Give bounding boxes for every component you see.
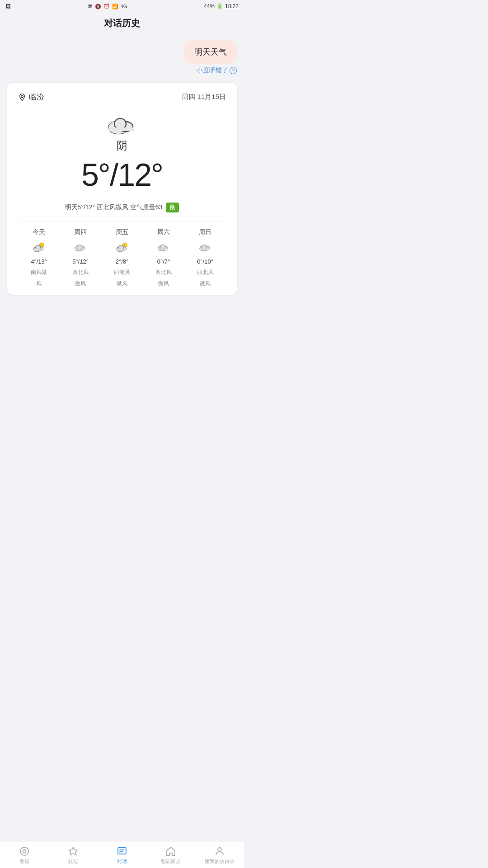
svg-rect-25 [117,249,127,250]
weather-header: 临汾 周四 11月15日 [18,92,226,102]
forecast-wind: 西南风 [114,269,130,276]
forecast-day-name: 周六 [157,228,170,236]
chat-area: 明天天气 小度听错了 ? [0,36,244,79]
svg-rect-29 [158,249,169,250]
forecast-weather-icon [116,240,128,255]
weather-summary: 明天5°/12° 西北风微风 空气质量63 良 [18,203,226,212]
status-center: ⌘ 🔇 ⏰ 📶 4G [88,4,127,9]
battery-icon: 🔋 [216,3,223,9]
forecast-temp: 5°/12° [72,258,89,265]
svg-point-0 [21,95,23,98]
forecast-day-name: 周五 [116,228,128,236]
forecast-day: 周六 0°/7° 西北风 微风 [143,228,184,288]
location-name: 临汾 [29,92,44,102]
user-message-text: 明天天气 [194,47,227,57]
weather-card: 临汾 周四 11月15日 阴 5°/12° 明天5°/12° 西北风微风 空气质… [7,83,237,295]
forecast-day-name: 今天 [33,228,45,236]
forecast-temp: 0°/7° [157,258,170,265]
weather-summary-text: 明天5°/12° 西北风微风 空气质量63 [65,203,163,212]
forecast-row: 今天 4°/13° 南风微 风 周四 5°/12° 西北风 微风 周五 [18,222,226,288]
air-quality-badge: 良 [166,203,179,212]
forecast-temp: 2°/8° [116,258,128,265]
user-bubble: 明天天气 [184,40,237,64]
svg-rect-17 [75,249,85,250]
location-pin-icon [18,93,26,101]
network-label: 4G [121,4,127,9]
forecast-wind-sub: 风 [36,280,42,288]
alarm-icon: ⏰ [103,4,110,9]
svg-rect-5 [108,127,134,131]
page-title: 对话历史 [0,13,244,36]
svg-rect-13 [33,249,44,250]
svg-point-24 [118,245,123,250]
wifi-icon: 📶 [112,4,118,9]
forecast-weather-icon [199,240,211,255]
weather-main: 阴 5°/12° [18,109,226,203]
weather-condition: 阴 [117,138,127,153]
forecast-weather-icon [157,240,170,255]
forecast-wind: 西北风 [197,269,213,276]
forecast-day-name: 周四 [74,228,87,236]
status-left: 🖼 [5,3,11,9]
forecast-day-name: 周日 [199,228,211,236]
forecast-day: 今天 4°/13° 南风微 风 [18,228,60,288]
correction-link[interactable]: 小度听错了 ? [197,66,237,75]
svg-rect-33 [200,249,210,250]
svg-point-12 [35,245,40,250]
weather-temp-range: 5°/12° [81,159,163,191]
forecast-day: 周四 5°/12° 西北风 微风 [60,228,101,288]
forecast-weather-icon [33,240,45,255]
status-bar: 🖼 ⌘ 🔇 ⏰ 📶 4G 44% 🔋 18:22 [0,0,244,13]
user-message-wrap: 明天天气 [7,40,237,64]
weather-location: 临汾 [18,92,44,102]
forecast-wind-sub: 微风 [75,280,86,288]
help-circle-icon: ? [230,67,237,74]
forecast-wind: 西北风 [155,269,172,276]
weather-date: 周四 11月15日 [182,93,226,101]
bluetooth-icon: ⌘ [88,4,93,9]
status-right: 44% 🔋 18:22 [204,3,239,9]
clock: 18:22 [225,3,239,9]
forecast-wind-sub: 微风 [158,280,169,288]
forecast-day: 周日 0°/10° 西北风 微风 [184,228,226,288]
forecast-weather-icon [74,240,87,255]
mute-icon: 🔇 [95,4,101,9]
forecast-wind: 南风微 [31,269,47,276]
forecast-wind-sub: 微风 [200,280,211,288]
forecast-day: 周五 2°/8° 西南风 微风 [101,228,143,288]
forecast-wind: 西北风 [72,269,89,276]
battery-label: 44% [204,3,215,9]
photo-icon: 🖼 [5,3,11,9]
forecast-wind-sub: 微风 [117,280,127,288]
correction-link-text: 小度听错了 [197,66,228,75]
forecast-temp: 4°/13° [31,258,47,265]
main-cloud-icon [106,114,138,135]
forecast-temp: 0°/10° [197,258,213,265]
correction-link-wrap: 小度听错了 ? [7,66,237,75]
